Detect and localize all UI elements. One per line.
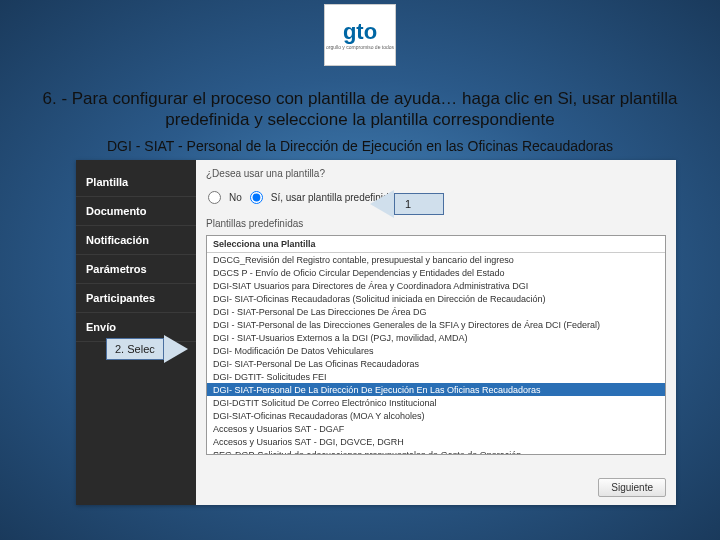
arrow-left-icon [370, 190, 394, 218]
dropdown-option[interactable]: Accesos y Usuarios SAT - DGAF [207, 422, 665, 435]
dropdown-option[interactable]: DGI- SIAT-Personal De La Dirección De Ej… [207, 383, 665, 396]
sidebar-item-documento[interactable]: Documento [76, 197, 196, 226]
radio-no[interactable] [208, 191, 221, 204]
dropdown-option[interactable]: DGI- Modificación De Datos Vehiculares [207, 344, 665, 357]
dropdown-option[interactable]: Accesos y Usuarios SAT - DGI, DGVCE, DGR… [207, 435, 665, 448]
dropdown-option[interactable]: DGCG_Revisión del Registro contable, pre… [207, 253, 665, 266]
question-label: ¿Desea usar una plantilla? [206, 168, 666, 179]
dropdown-option[interactable]: DGI-SIAT-Oficinas Recaudadoras (MOA Y al… [207, 409, 665, 422]
dropdown-option[interactable]: DGI- DGTIT- Solicitudes FEI [207, 370, 665, 383]
dropdown-option[interactable]: DGI- SIAT-Oficinas Recaudadoras (Solicit… [207, 292, 665, 305]
callout-1: 1 [370, 190, 444, 218]
dropdown-option[interactable]: SEG-DGP-Solicitud de adecuaciones presup… [207, 448, 665, 455]
radio-no-label: No [229, 192, 242, 203]
list-label: Plantillas predefinidas [206, 218, 666, 229]
logo-brand: gto [343, 21, 377, 43]
dropdown-option[interactable]: DGCS P - Envío de Oficio Circular Depend… [207, 266, 665, 279]
instruction-text: 6. - Para configurar el proceso con plan… [0, 88, 720, 131]
sidebar-item-plantilla[interactable]: Plantilla [76, 168, 196, 197]
subtitle-text: DGI - SIAT - Personal de la Dirección de… [0, 138, 720, 154]
dropdown-option[interactable]: DGI - SIAT-Personal De Las Direcciones D… [207, 305, 665, 318]
sidebar: Plantilla Documento Notificación Parámet… [76, 160, 196, 505]
logo: gto orgullo y compromiso de todos [324, 4, 396, 66]
dropdown-option[interactable]: DGI-SIAT Usuarios para Directores de Áre… [207, 279, 665, 292]
callout-2-label: 2. Selec [106, 338, 164, 360]
dropdown-header: Selecciona una Plantilla [207, 236, 665, 253]
callout-1-label: 1 [394, 193, 444, 215]
callout-2: 2. Selec [106, 335, 188, 363]
template-dropdown[interactable]: Selecciona una Plantilla DGCG_Revisión d… [206, 235, 666, 455]
next-button[interactable]: Siguiente [598, 478, 666, 497]
sidebar-item-participantes[interactable]: Participantes [76, 284, 196, 313]
arrow-right-icon [164, 335, 188, 363]
radio-yes[interactable] [250, 191, 263, 204]
sidebar-item-parametros[interactable]: Parámetros [76, 255, 196, 284]
dropdown-option[interactable]: DGI - SIAT-Personal de las Direcciones G… [207, 318, 665, 331]
sidebar-item-notificacion[interactable]: Notificación [76, 226, 196, 255]
dropdown-option[interactable]: DGI- SIAT-Personal De Las Oficinas Recau… [207, 357, 665, 370]
dropdown-option[interactable]: DGI-DGTIT Solicitud De Correo Electrónic… [207, 396, 665, 409]
logo-tagline: orgullo y compromiso de todos [326, 45, 394, 50]
dropdown-option[interactable]: DGI - SIAT-Usuarios Externos a la DGI (P… [207, 331, 665, 344]
